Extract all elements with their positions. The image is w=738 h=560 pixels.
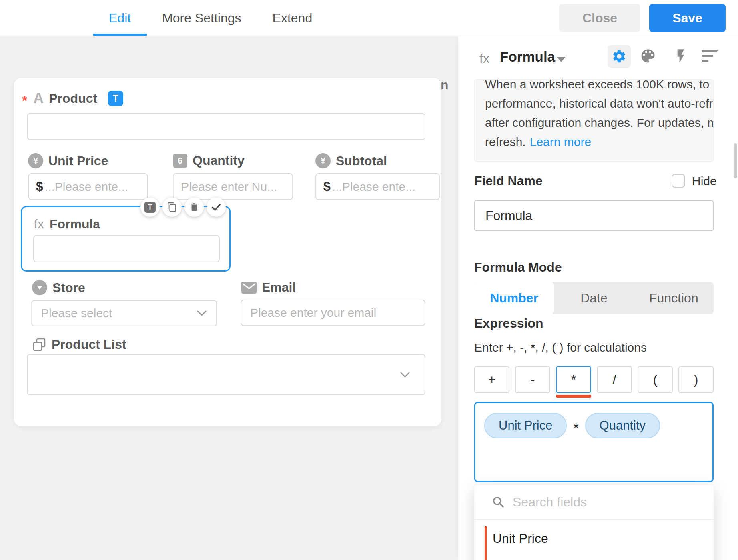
selected-operator-indicator [556, 395, 591, 398]
product-list-select[interactable] [27, 354, 425, 395]
email-label: Email [262, 280, 296, 295]
fx-icon: fx [34, 217, 44, 232]
settings-tab-button[interactable] [608, 45, 631, 68]
hide-checkbox-label: Hide [692, 174, 717, 188]
formula-field-label: Formula [50, 217, 100, 232]
field-toolbar: T [140, 198, 226, 217]
text-field-icon: A [33, 90, 44, 107]
delete-field-button[interactable] [184, 198, 204, 217]
quantity-label: Quantity [193, 153, 245, 168]
duplicate-button[interactable] [162, 198, 182, 217]
top-bar: Edit More Settings Extend Close Save [0, 0, 738, 36]
email-field: Email Please enter your email [241, 280, 425, 326]
formula-mode-label: Formula Mode [474, 260, 562, 275]
operator-buttons: + - * / ( ) [474, 366, 714, 393]
operator-close-paren-button[interactable]: ) [678, 366, 714, 393]
title-style-button[interactable]: T [140, 198, 160, 217]
product-field-label-row: * A Product T [22, 90, 123, 107]
lines-icon [702, 50, 718, 52]
caret-down-icon[interactable] [557, 57, 566, 62]
select-field-icon [32, 280, 47, 295]
formula-input[interactable] [33, 235, 220, 262]
events-tab-button[interactable] [673, 47, 689, 65]
operator-divide-button[interactable]: / [597, 366, 632, 393]
quantity-placeholder: Please enter Nu... [181, 180, 277, 194]
search-icon [492, 496, 505, 508]
expression-label: Expression [474, 316, 543, 331]
chevron-down-icon [400, 372, 410, 378]
unit-price-placeholder: ...Please ente... [45, 180, 128, 194]
subtotal-placeholder: ...Please ente... [332, 180, 415, 194]
trash-icon [189, 202, 199, 212]
mode-tab-date[interactable]: Date [554, 282, 634, 314]
store-label: Store [52, 280, 85, 295]
close-button[interactable]: Close [559, 4, 640, 32]
field-list-button[interactable] [702, 50, 718, 62]
formula-label-row: fx Formula [34, 217, 100, 232]
currency-prefix: $ [323, 179, 331, 194]
subtotal-input[interactable]: $ ...Please ente... [315, 173, 440, 200]
search-fields-input[interactable]: Search fields [474, 485, 714, 519]
fx-icon: fx [479, 51, 489, 66]
tab-extend[interactable]: Extend [273, 0, 313, 36]
store-select[interactable]: Please select [31, 300, 217, 326]
operator-open-paren-button[interactable]: ( [638, 366, 673, 393]
unit-price-input[interactable]: $ ...Please ente... [28, 173, 148, 200]
email-placeholder: Please enter your email [250, 306, 376, 320]
expression-editor[interactable]: Unit Price * Quantity [474, 402, 714, 482]
form-builder-app: Edit More Settings Extend Close Save For… [0, 0, 738, 560]
unit-price-label-row: ¥ Unit Price [28, 153, 108, 168]
form-canvas-card: * A Product T ¥ Unit Price 6 Quantity ¥ … [14, 78, 441, 426]
mode-tab-number[interactable]: Number [474, 282, 554, 314]
currency-icon: ¥ [315, 153, 331, 168]
product-field-label: Product [49, 91, 97, 106]
expression-operator-text: * [573, 420, 578, 436]
field-name-value: Formula [485, 208, 532, 223]
notice-line: after configuration changes. For updates… [485, 116, 714, 129]
field-settings-panel: fx Formula When a worksheet exceed [458, 36, 738, 560]
learn-more-link[interactable]: Learn more [530, 135, 591, 148]
field-option-quantity[interactable]: Quantity [474, 552, 714, 560]
operator-minus-button[interactable]: - [515, 366, 550, 393]
field-name-label: Field Name [474, 174, 543, 188]
unit-price-label: Unit Price [48, 154, 108, 168]
palette-icon [639, 47, 657, 65]
operator-plus-button[interactable]: + [474, 366, 509, 393]
quantity-label-row: 6 Quantity [173, 153, 245, 168]
currency-prefix: $ [36, 179, 43, 194]
field-picker-popup: Search fields Unit Price Quantity [474, 485, 714, 560]
number-icon: 6 [173, 154, 187, 168]
lightning-bolt-icon [673, 47, 689, 65]
field-list-highlight-bar [485, 526, 487, 560]
confirm-button[interactable] [207, 198, 226, 217]
required-marker: * [22, 93, 27, 108]
chevron-down-icon [196, 310, 207, 317]
tab-more-settings[interactable]: More Settings [162, 0, 241, 36]
mode-tab-function[interactable]: Function [634, 282, 714, 314]
formula-field-selected[interactable]: fx Formula T [21, 206, 231, 272]
notice-line: performance, historical data won't auto-… [485, 97, 714, 110]
subtotal-label-row: ¥ Subtotal [315, 153, 387, 168]
expression-hint: Enter +, -, *, /, ( ) for calculations [474, 341, 647, 354]
notice-line: When a worksheet exceeds 100K rows, to m… [485, 79, 714, 91]
save-button[interactable]: Save [649, 4, 726, 32]
quantity-input[interactable]: Please enter Nu... [173, 173, 293, 200]
text-type-badge: T [108, 91, 123, 106]
formula-mode-segmented-control: Number Date Function [474, 282, 714, 314]
product-input[interactable] [27, 113, 425, 140]
operator-multiply-button[interactable]: * [556, 366, 591, 393]
field-name-input[interactable]: Formula [474, 200, 714, 231]
panel-scrollbar[interactable] [734, 143, 737, 178]
notice-line: refresh. [485, 135, 526, 148]
store-placeholder: Please select [41, 306, 112, 320]
style-tab-button[interactable] [639, 47, 657, 65]
subform-icon [32, 338, 46, 352]
tab-edit[interactable]: Edit [109, 0, 131, 36]
field-chip-unit-price[interactable]: Unit Price [484, 413, 567, 438]
email-input[interactable]: Please enter your email [241, 300, 425, 326]
field-option-unit-price[interactable]: Unit Price [474, 525, 714, 552]
store-field: Store Please select [31, 280, 217, 326]
email-icon [241, 282, 257, 294]
hide-checkbox[interactable] [672, 174, 685, 188]
field-chip-quantity[interactable]: Quantity [585, 413, 660, 438]
